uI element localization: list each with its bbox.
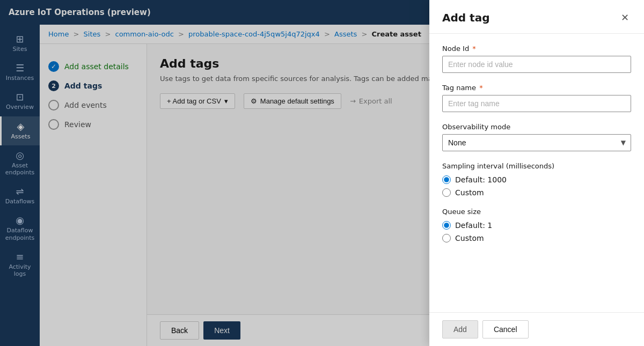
sampling-interval-radio-group: Default: 1000 Custom xyxy=(442,175,631,197)
queue-default-radio[interactable] xyxy=(442,221,451,230)
node-id-field-group: Node Id * xyxy=(442,45,631,73)
observability-mode-label: Observability mode xyxy=(442,123,631,131)
sampling-interval-label: Sampling interval (milliseconds) xyxy=(442,162,631,170)
panel-header: Add tag ✕ xyxy=(429,0,644,34)
queue-size-radio-group: Default: 1 Custom xyxy=(442,221,631,242)
panel-close-button[interactable]: ✕ xyxy=(619,11,631,25)
queue-custom-radio[interactable] xyxy=(442,234,451,242)
observability-mode-field-group: Observability mode None Gauge Counter Hi… xyxy=(442,123,631,151)
sampling-default-label: Default: 1000 xyxy=(455,175,507,184)
node-id-label: Node Id * xyxy=(442,45,631,53)
panel-title: Add tag xyxy=(442,11,489,24)
sampling-custom-radio[interactable] xyxy=(442,188,451,197)
tag-name-label: Tag name * xyxy=(442,84,631,92)
node-id-input[interactable] xyxy=(442,56,631,73)
close-icon: ✕ xyxy=(621,12,629,23)
tag-name-input[interactable] xyxy=(442,95,631,112)
add-tag-panel: Add tag ✕ Node Id * Tag name * Observabi… xyxy=(429,0,644,346)
panel-body: Node Id * Tag name * Observability mode … xyxy=(429,34,644,312)
observability-mode-select[interactable]: None Gauge Counter Histogram Log xyxy=(442,134,631,151)
queue-size-field-group: Queue size Default: 1 Custom xyxy=(442,208,631,242)
tag-name-field-group: Tag name * xyxy=(442,84,631,112)
queue-default-label: Default: 1 xyxy=(455,221,492,230)
panel-footer: Add Cancel xyxy=(429,312,644,346)
sampling-custom-label: Custom xyxy=(455,188,484,197)
cancel-button[interactable]: Cancel xyxy=(482,320,529,338)
add-button[interactable]: Add xyxy=(442,320,478,338)
tag-name-required: * xyxy=(479,84,483,92)
sampling-default-radio[interactable] xyxy=(442,175,451,184)
sampling-interval-field-group: Sampling interval (milliseconds) Default… xyxy=(442,162,631,197)
queue-size-custom-option[interactable]: Custom xyxy=(442,234,631,242)
queue-size-default-option[interactable]: Default: 1 xyxy=(442,221,631,230)
queue-custom-label: Custom xyxy=(455,234,484,242)
queue-size-label: Queue size xyxy=(442,208,631,216)
sampling-interval-custom-option[interactable]: Custom xyxy=(442,188,631,197)
node-id-required: * xyxy=(472,45,476,53)
observability-mode-select-wrapper: None Gauge Counter Histogram Log ▼ xyxy=(442,134,631,151)
sampling-interval-default-option[interactable]: Default: 1000 xyxy=(442,175,631,184)
